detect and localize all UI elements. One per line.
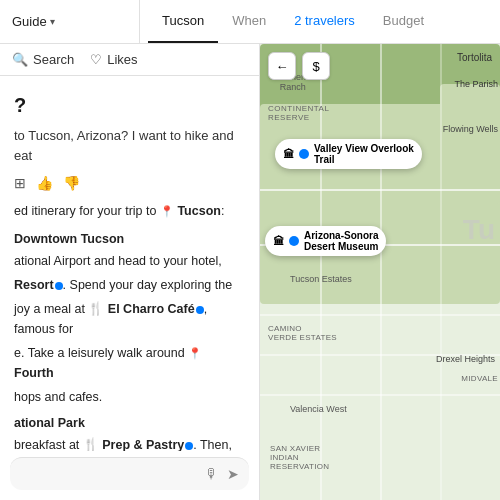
grid-icon[interactable]: ⊞ <box>14 175 26 191</box>
map-panel: ← $ Tortolita ContinentalRanch CONTINENT… <box>260 44 500 500</box>
chat-response: ed itinerary for your trip to 📍 Tucson: … <box>14 201 245 451</box>
day2-header: ational Park <box>14 413 245 433</box>
likes-label: Likes <box>107 52 137 67</box>
chat-input-area[interactable]: 🎙 ➤ <box>10 457 249 490</box>
tab-tucson[interactable]: Tucson <box>148 0 218 43</box>
day2-detail1: breakfast at 🍴 Prep & Pastry. Then, head <box>14 435 245 451</box>
chat-input[interactable] <box>20 467 205 482</box>
back-icon: ← <box>276 59 289 74</box>
pin-label-museum: Arizona-SonoraDesert Museum <box>304 230 378 252</box>
tab-when[interactable]: When <box>218 0 280 43</box>
road-vertical-1 <box>320 44 322 500</box>
chat-question: ? <box>14 92 245 118</box>
tab-budget[interactable]: Budget <box>369 0 438 43</box>
response-intro: ed itinerary for your trip to 📍 Tucson: <box>14 201 245 221</box>
map-back-button[interactable]: ← <box>268 52 296 80</box>
likes-button[interactable]: ♡ Likes <box>90 52 137 67</box>
nav-tabs: Tucson When 2 travelers Budget <box>140 0 500 43</box>
guide-chevron-icon: ▾ <box>50 16 55 27</box>
pin-icon-valley: 🏛 <box>283 148 294 160</box>
day1-detail2: Resort. Spend your day exploring the <box>14 275 245 295</box>
main-area: 🔍 Search ♡ Likes ? to Tucson, Arizona? I… <box>0 44 500 500</box>
chat-actions: ⊞ 👍 👎 <box>14 175 245 191</box>
map-controls: ← $ <box>268 52 330 80</box>
left-panel: 🔍 Search ♡ Likes ? to Tucson, Arizona? I… <box>0 44 260 500</box>
chat-user-message: to Tucson, Arizona? I want to hike and e… <box>14 126 245 165</box>
map-dollar-button[interactable]: $ <box>302 52 330 80</box>
send-icon[interactable]: ➤ <box>227 466 239 482</box>
day1-header: Downtown Tucson <box>14 229 245 249</box>
pin-icon-museum: 🏛 <box>273 235 284 247</box>
search-button[interactable]: 🔍 Search <box>12 52 74 67</box>
dollar-icon: $ <box>312 59 319 74</box>
search-label: Search <box>33 52 74 67</box>
label-camino-verde: CAMINOVERDE ESTATES <box>268 324 337 342</box>
map-terrain-right <box>440 84 500 204</box>
top-nav: Guide ▾ Tucson When 2 travelers Budget <box>0 0 500 44</box>
input-icons: 🎙 ➤ <box>205 466 239 482</box>
pin-desert-museum[interactable]: 🏛 Arizona-SonoraDesert Museum <box>265 226 386 256</box>
day1-detail3: joy a meal at 🍴 El Charro Café, famous f… <box>14 299 245 339</box>
pin-valley-view[interactable]: 🏛 Valley View OverlookTrail <box>275 139 422 169</box>
waveform-icon[interactable]: 🎙 <box>205 466 219 482</box>
label-valencia-west: Valencia West <box>290 404 347 414</box>
label-midvale: MIDVALE <box>461 374 498 383</box>
tab-travelers[interactable]: 2 travelers <box>280 0 369 43</box>
heart-icon: ♡ <box>90 52 102 67</box>
thumbs-down-icon[interactable]: 👎 <box>63 175 80 191</box>
road-vertical-3 <box>440 44 442 500</box>
pin-label-valley: Valley View OverlookTrail <box>314 143 414 165</box>
search-icon: 🔍 <box>12 52 28 67</box>
guide-label: Guide <box>12 14 47 29</box>
day1-detail1: ational Airport and head to your hotel, <box>14 251 245 271</box>
road-vertical-2 <box>380 44 382 500</box>
pin-dot-museum <box>289 236 299 246</box>
chat-content: ? to Tucson, Arizona? I want to hike and… <box>0 76 259 451</box>
thumbs-up-icon[interactable]: 👍 <box>36 175 53 191</box>
day1-detail4: e. Take a leisurely walk around 📍 Fourth <box>14 343 245 383</box>
pin-dot-valley <box>299 149 309 159</box>
day1-detail5: hops and cafes. <box>14 387 245 407</box>
search-bar: 🔍 Search ♡ Likes <box>0 44 259 76</box>
guide-section: Guide ▾ <box>0 0 140 43</box>
